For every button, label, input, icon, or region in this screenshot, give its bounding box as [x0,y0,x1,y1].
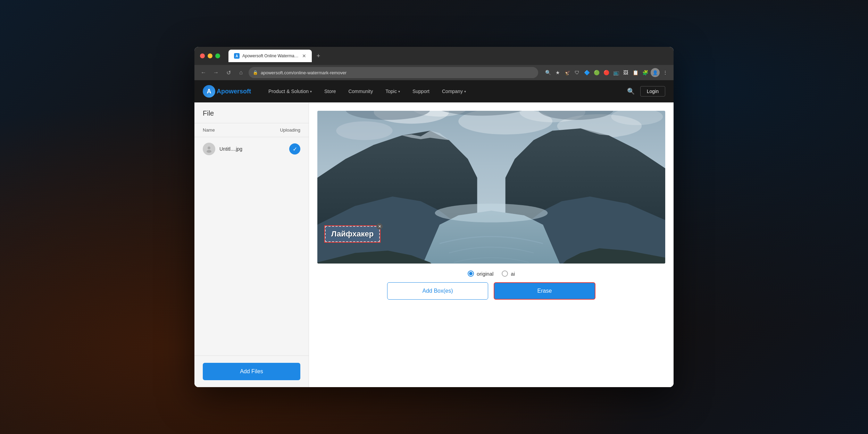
nav-item-company[interactable]: Company ▾ [436,80,472,102]
topic-chevron-icon: ▾ [398,90,400,93]
watermark-selection-box[interactable]: Лайфхакер ✕ [324,225,381,243]
sidebar-title: File [203,109,300,117]
logo-icon: A [203,85,215,98]
content-area: Лайфхакер ✕ original [309,102,674,387]
nav-search-icon[interactable]: 🔍 [627,87,635,95]
extension-5-icon[interactable]: 🔴 [602,68,610,77]
watermark-text: Лайфхакер [331,229,374,238]
radio-original-label: original [477,271,493,277]
nav-right: 🔍 Login [627,86,665,97]
maximize-traffic-light[interactable] [215,53,220,58]
sidebar-footer: Add Files [194,356,309,387]
extensions-button[interactable]: 🧩 [641,68,649,77]
sidebar-header: File [194,102,309,123]
nav-item-topic[interactable]: Topic ▾ [379,80,406,102]
svg-point-1 [207,150,211,153]
logo-text: Apowersoft [217,88,251,95]
add-files-button[interactable]: Add Files [203,363,300,380]
bookmark-icon[interactable]: ★ [553,68,562,77]
close-traffic-light[interactable] [200,53,205,58]
name-column-header: Name [203,127,215,133]
back-button[interactable]: ← [199,68,208,77]
svg-point-9 [336,121,392,140]
radio-group: original ai [468,270,515,277]
uploading-column-header: Uploading [280,127,300,133]
login-button[interactable]: Login [640,86,665,97]
list-item: Untitl....jpg ✓ [194,140,309,158]
file-name: Untitl....jpg [219,146,285,152]
profile-icon[interactable]: 👤 [651,68,660,77]
new-tab-button[interactable]: + [313,51,324,61]
extension-8-icon[interactable]: 📋 [631,68,640,77]
file-list-header: Name Uploading [194,123,309,137]
controls-area: original ai Add Box(es) Erase [317,270,665,300]
radio-ai-circle[interactable] [502,270,508,277]
upload-complete-icon: ✓ [289,143,300,155]
menu-button[interactable]: ⋮ [661,68,669,77]
toolbar-icons: 🔍 ★ 🦅 🛡 🔷 🟢 🔴 📺 🖼 📋 🧩 👤 ⋮ [544,68,669,77]
refresh-button[interactable]: ↺ [224,68,233,77]
radio-ai[interactable]: ai [502,270,515,277]
extension-2-icon[interactable]: 🛡 [573,68,581,77]
site-logo[interactable]: A Apowersoft [203,85,251,98]
browser-window: A Apowersoft Online Watermark... ✕ + ← →… [194,47,674,387]
forward-button[interactable]: → [211,68,221,77]
radio-original[interactable]: original [468,270,493,277]
browser-chrome: A Apowersoft Online Watermark... ✕ + ← →… [194,47,674,80]
watermark-inner: Лайфхакер ✕ [325,226,380,242]
svg-point-19 [435,203,548,222]
browser-toolbar: ← → ↺ ⌂ 🔒 apowersoft.com/online-watermar… [194,65,674,80]
preview-image: Лайфхакер ✕ [317,111,665,264]
erase-button[interactable]: Erase [494,282,595,300]
file-list: Untitl....jpg ✓ [194,137,309,356]
nav-item-product[interactable]: Product & Solution ▾ [262,80,318,102]
nav-item-store[interactable]: Store [318,80,342,102]
tab-close-button[interactable]: ✕ [302,53,306,58]
browser-tabs: A Apowersoft Online Watermark... ✕ + [228,50,668,62]
image-container: Лайфхакер ✕ [317,111,665,264]
sidebar: File Name Uploading Untitl....j [194,102,309,387]
main-content: File Name Uploading Untitl....j [194,102,674,387]
company-chevron-icon: ▾ [464,90,466,93]
svg-point-0 [208,147,210,149]
extension-6-icon[interactable]: 📺 [612,68,620,77]
file-thumbnail [203,143,215,155]
product-chevron-icon: ▾ [310,90,312,93]
nav-item-support[interactable]: Support [406,80,436,102]
extension-4-icon[interactable]: 🟢 [592,68,601,77]
site-navigation: A Apowersoft Product & Solution ▾ Store … [194,80,674,102]
traffic-lights [200,53,220,58]
tab-favicon: A [234,53,240,59]
nav-items: Product & Solution ▾ Store Community Top… [262,80,627,102]
extension-1-icon[interactable]: 🦅 [563,68,571,77]
lock-icon: 🔒 [253,70,258,75]
website: A Apowersoft Product & Solution ▾ Store … [194,80,674,387]
radio-original-circle[interactable] [468,270,474,277]
extension-7-icon[interactable]: 🖼 [621,68,630,77]
add-box-button[interactable]: Add Box(es) [387,282,488,300]
browser-titlebar: A Apowersoft Online Watermark... ✕ + [194,47,674,65]
minimize-traffic-light[interactable] [208,53,212,58]
nav-item-community[interactable]: Community [342,80,379,102]
home-button[interactable]: ⌂ [236,68,246,77]
active-tab[interactable]: A Apowersoft Online Watermark... ✕ [228,50,312,62]
tab-title: Apowersoft Online Watermark... [242,53,299,58]
radio-ai-label: ai [511,271,515,277]
action-buttons: Add Box(es) Erase [387,282,595,300]
search-toolbar-icon[interactable]: 🔍 [544,68,552,77]
address-bar[interactable]: 🔒 apowersoft.com/online-watermark-remove… [249,67,538,78]
url-text: apowersoft.com/online-watermark-remover [261,70,534,75]
extension-3-icon[interactable]: 🔷 [583,68,591,77]
